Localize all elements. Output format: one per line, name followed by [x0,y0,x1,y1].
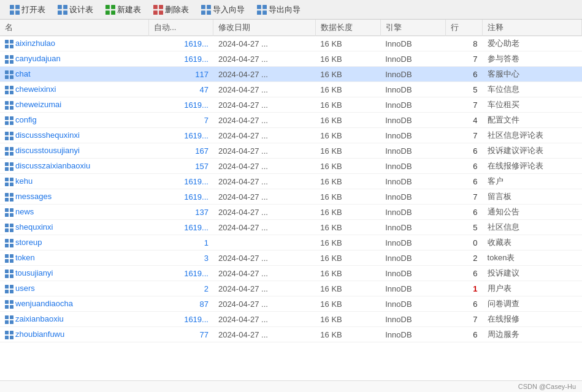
svg-rect-64 [5,193,9,197]
table-name-link[interactable]: token [15,253,35,262]
cell-name-2[interactable]: chat [0,67,148,82]
cell-name-14[interactable]: token [0,251,148,266]
cell-engine-0: InnoDB [380,36,445,51]
new-table-button[interactable]: 新建表 [101,3,146,17]
cell-name-16[interactable]: users [0,281,148,296]
design-table-label: 设计表 [69,4,93,15]
cell-name-0[interactable]: aixinzhulao [0,36,148,51]
cell-date-7: 2024-04-27 ... [213,143,315,159]
table-name-link[interactable]: shequxinxi [15,222,53,232]
cell-size-2: 16 KB [315,67,380,82]
table-name-link[interactable]: zaixianbaoxiu [15,314,64,323]
table-row[interactable]: shequxinxi1619...2024-04-27 ...16 KBInno… [0,220,582,235]
table-row[interactable]: tousujianyi1619...2024-04-27 ...16 KBInn… [0,266,582,281]
column-header-4[interactable]: 引擎 [380,20,445,36]
table-body: aixinzhulao1619...2024-04-27 ...16 KBInn… [0,36,582,342]
open-table-button[interactable]: 打开表 [5,3,50,17]
table-name-link[interactable]: discussshequxinxi [15,130,80,140]
cell-name-3[interactable]: cheweixinxi [0,82,148,97]
cell-name-17[interactable]: wenjuandiaocha [0,296,148,312]
table-name-link[interactable]: chat [15,69,31,78]
cell-comment-14: token表 [483,251,582,266]
cell-name-1[interactable]: canyudajuan [0,51,148,67]
cell-name-7[interactable]: discusstousujianyi [0,143,148,159]
table-row[interactable]: kehu1619...2024-04-27 ...16 KBInnoDB6客户 [0,174,582,189]
cell-comment-19: 周边服务 [483,327,582,342]
table-name-link[interactable]: wenjuandiaocha [15,299,73,308]
table-row[interactable]: users22024-04-27 ...16 KBInnoDB1用户表 [0,281,582,296]
table-row[interactable]: zhoubianfuwu772024-04-27 ...16 KBInnoDB6… [0,327,582,342]
svg-rect-74 [5,228,9,232]
table-row-icon [5,254,13,263]
cell-name-8[interactable]: discusszaixianbaoxiu [0,159,148,174]
cell-auto-18: 1619... [148,312,213,327]
table-name-link[interactable]: canyudajuan [15,54,61,63]
svg-rect-44 [5,116,9,120]
svg-rect-70 [5,213,9,217]
table-row[interactable]: discusszaixianbaoxiu1572024-04-27 ...16 … [0,159,582,174]
table-name-link[interactable]: aixinzhulao [15,39,55,48]
cell-name-15[interactable]: tousujianyi [0,266,148,281]
column-header-2[interactable]: 修改日期 [213,20,315,36]
table-name-link[interactable]: messages [15,192,52,201]
import-wizard-button[interactable]: 导入向导 [196,3,250,17]
cell-engine-4: InnoDB [380,97,445,113]
column-header-0[interactable]: 名 [0,20,148,36]
svg-rect-53 [10,147,13,151]
cell-engine-14: InnoDB [380,251,445,266]
table-name-link[interactable]: cheweixinxi [15,85,56,94]
column-header-6[interactable]: 注释 [483,20,582,36]
table-name-link[interactable]: users [15,284,35,293]
table-row[interactable]: news1372024-04-27 ...16 KBInnoDB6通知公告 [0,205,582,220]
table-row[interactable]: zaixianbaoxiu1619...2024-04-27 ...16 KBI… [0,312,582,327]
table-row[interactable]: storeup116 KBInnoDB0收藏表 [0,235,582,251]
table-name-link[interactable]: zhoubianfuwu [15,330,64,339]
cell-name-10[interactable]: messages [0,189,148,205]
table-row[interactable]: wenjuandiaocha872024-04-27 ...16 KBInnoD… [0,296,582,312]
table-name-link[interactable]: discusstousujianyi [15,146,80,155]
column-header-3[interactable]: 数据长度 [315,20,380,36]
column-header-1[interactable]: 自动... [148,20,213,36]
cell-auto-9: 1619... [148,174,213,189]
cell-name-13[interactable]: storeup [0,235,148,251]
design-table-button[interactable]: 设计表 [53,3,98,17]
cell-name-12[interactable]: shequxinxi [0,220,148,235]
cell-name-18[interactable]: zaixianbaoxiu [0,312,148,327]
table-row[interactable]: cheweixinxi472024-04-27 ...16 KBInnoDB5车… [0,82,582,97]
delete-table-button[interactable]: 删除表 [148,3,194,17]
table-name-link[interactable]: config [15,115,37,124]
cell-name-5[interactable]: config [0,113,148,128]
cell-engine-9: InnoDB [380,174,445,189]
table-row[interactable]: discussshequxinxi1619...2024-04-27 ...16… [0,128,582,143]
table-row[interactable]: discusstousujianyi1672024-04-27 ...16 KB… [0,143,582,159]
column-header-5[interactable]: 行 [445,20,483,36]
table-name-link[interactable]: news [15,207,34,216]
svg-rect-60 [5,178,9,181]
table-row[interactable]: token32024-04-27 ...16 KBInnoDB2token表 [0,251,582,266]
table-row[interactable]: canyudajuan1619...2024-04-27 ...16 KBInn… [0,51,582,67]
svg-rect-91 [10,290,13,293]
cell-name-9[interactable]: kehu [0,174,148,189]
table-row[interactable]: cheweizumai1619...2024-04-27 ...16 KBInn… [0,97,582,113]
table-name-link[interactable]: storeup [15,238,42,247]
table-name-link[interactable]: kehu [15,176,33,186]
cell-size-7: 16 KB [315,143,380,159]
cell-size-15: 16 KB [315,266,380,281]
table-name-link[interactable]: discusszaixianbaoxiu [15,161,90,170]
svg-rect-78 [5,244,9,247]
export-wizard-button[interactable]: 导出向导 [252,3,305,17]
cell-size-8: 16 KB [315,159,380,174]
cell-name-4[interactable]: cheweizumai [0,97,148,113]
table-name-link[interactable]: tousujianyi [15,268,53,277]
table-row[interactable]: chat1172024-04-27 ...16 KBInnoDB6客服中心 [0,67,582,82]
table-row[interactable]: config72024-04-27 ...16 KBInnoDB4配置文件 [0,113,582,128]
table-row[interactable]: messages1619...2024-04-27 ...16 KBInnoDB… [0,189,582,205]
cell-name-19[interactable]: zhoubianfuwu [0,327,148,342]
svg-rect-47 [10,121,13,125]
table-row[interactable]: aixinzhulao1619...2024-04-27 ...16 KBInn… [0,36,582,51]
cell-name-11[interactable]: news [0,205,148,220]
cell-rows-5: 4 [445,113,483,128]
cell-auto-7: 167 [148,143,213,159]
cell-name-6[interactable]: discussshequxinxi [0,128,148,143]
table-name-link[interactable]: cheweizumai [15,100,61,109]
